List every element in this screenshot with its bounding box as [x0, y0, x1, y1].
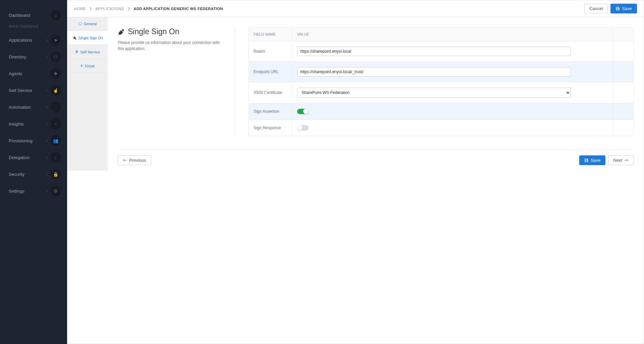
- chevron-left-icon: ‹: [47, 38, 48, 42]
- table-row: X509 CertificateSharePoint WS-Federation: [249, 82, 633, 103]
- arrow-right-icon: 🡢: [624, 158, 629, 163]
- page-description: Please provide us information about your…: [118, 40, 225, 52]
- previous-button-label: Previous: [129, 158, 146, 163]
- field-value: SharePoint WS-Federation: [292, 82, 613, 103]
- sidebar-item-label: Self Service: [9, 88, 47, 93]
- field-value: [292, 62, 613, 82]
- sidebar-item-agents[interactable]: Agents❖: [0, 65, 67, 82]
- table-row: Sign Response: [249, 119, 633, 136]
- page-title-text: Single Sign On: [128, 27, 179, 36]
- users-icon: 👥: [50, 135, 61, 146]
- tab-finish[interactable]: ✈Finish: [67, 59, 108, 73]
- sidebar-item-label: Delegation: [9, 155, 47, 160]
- sidebar-item-self-service[interactable]: Self Service‹☝: [0, 82, 67, 99]
- sign-assertion-toggle[interactable]: [297, 109, 309, 114]
- breadcrumb: HOME ❯ APPLICATIONS ❯ ADD APPLICATION GE…: [74, 7, 584, 11]
- sidebar-item-label: Automation: [9, 105, 47, 110]
- chevron-left-icon: ‹: [47, 89, 48, 92]
- form-table: FIELD NAME VALUE RealmEndpoint URLX509 C…: [249, 27, 634, 136]
- x509-certificate-select[interactable]: SharePoint WS-Federation: [297, 88, 571, 98]
- sidebar-item-applications[interactable]: Applications‹➤: [0, 32, 67, 48]
- tab-self-service[interactable]: ⚙Self Service: [67, 45, 108, 59]
- field-label: X509 Certificate: [249, 85, 292, 100]
- sidebar-item-directory[interactable]: Directory‹⚇: [0, 48, 67, 65]
- field-action: [613, 66, 633, 77]
- field-value: [292, 41, 613, 61]
- pointer-icon: ☝: [50, 85, 61, 96]
- field-label: Endpoint URL: [249, 64, 292, 80]
- plug-icon: [118, 29, 124, 35]
- next-button[interactable]: Next 🡢: [608, 155, 634, 165]
- plug-icon: 🔌: [72, 36, 77, 40]
- save-button-label: Save: [622, 6, 632, 11]
- panel-intro: Single Sign On Please provide us informa…: [118, 27, 235, 136]
- save-button-bottom[interactable]: Save: [579, 155, 606, 165]
- breadcrumb-home[interactable]: HOME: [74, 7, 86, 11]
- sidebar-item-settings[interactable]: Settings‹⚙: [0, 183, 67, 199]
- content: 🖵General🔌Single Sign On⚙Self Service✈Fin…: [67, 17, 644, 170]
- realm-input[interactable]: [297, 47, 571, 56]
- sidebar-item-label: Security: [9, 172, 47, 177]
- save-icon: [615, 6, 620, 11]
- panel-footer: 🡠 Previous Save Next 🡢: [118, 150, 634, 170]
- lightbulb-icon: ♀: [50, 118, 61, 129]
- arrow-down-icon: ↓: [50, 152, 61, 163]
- tab-single-sign-on[interactable]: 🔌Single Sign On: [67, 31, 108, 45]
- breadcrumb-applications[interactable]: APPLICATIONS: [96, 7, 124, 11]
- sidebar: Dashboard⌂Admin DashboardApplications‹➤D…: [0, 0, 67, 344]
- save-button-top[interactable]: Save: [610, 4, 637, 13]
- breadcrumb-current: ADD APPLICATION GENERIC WS FEDERATION: [133, 7, 223, 11]
- chevron-left-icon: ‹: [47, 105, 48, 109]
- sidebar-item-label: Directory: [9, 54, 47, 59]
- sign-response-toggle[interactable]: [297, 125, 309, 131]
- sidebar-item-dashboard[interactable]: Dashboard⌂: [0, 7, 67, 23]
- sidebar-item-delegation[interactable]: Delegation‹↓: [0, 149, 67, 166]
- cancel-button[interactable]: Cancel: [584, 4, 608, 13]
- sidebar-item-label: Applications: [9, 38, 47, 43]
- chevron-left-icon: ‹: [47, 189, 48, 193]
- chevron-left-icon: ‹: [47, 139, 48, 143]
- gear-icon: ⚙: [50, 186, 61, 196]
- field-value: [292, 103, 613, 119]
- step-tabs: 🖵General🔌Single Sign On⚙Self Service✈Fin…: [67, 17, 108, 170]
- field-label: Sign Assertion: [249, 104, 292, 119]
- chevron-left-icon: ‹: [47, 173, 48, 176]
- topbar: HOME ❯ APPLICATIONS ❯ ADD APPLICATION GE…: [67, 0, 644, 17]
- cubes-icon: ❖: [50, 68, 61, 79]
- field-action: [613, 106, 633, 117]
- field-action: [613, 122, 633, 133]
- save-icon: [584, 158, 589, 162]
- chevron-right-icon: ❯: [127, 7, 130, 10]
- monitor-icon: 🖵: [78, 22, 82, 26]
- sidebar-item-security[interactable]: Security‹🔒: [0, 166, 67, 183]
- location-arrow-icon: ➤: [50, 35, 61, 45]
- table-header-action: [613, 30, 633, 39]
- send-icon: ✈: [80, 64, 83, 68]
- next-button-label: Next: [613, 158, 622, 163]
- main: HOME ❯ APPLICATIONS ❯ ADD APPLICATION GE…: [67, 0, 644, 344]
- sidebar-item-label: Settings: [9, 189, 47, 194]
- home-icon: ⌂: [50, 10, 61, 20]
- chevron-left-icon: ‹: [47, 55, 48, 59]
- tab-label: Single Sign On: [78, 36, 103, 40]
- table-row: Sign Assertion: [249, 103, 633, 119]
- field-label: Sign Response: [249, 120, 292, 136]
- sidebar-subtitle: Admin Dashboard: [0, 23, 67, 32]
- endpoint-url-input[interactable]: [297, 67, 571, 77]
- tab-general[interactable]: 🖵General: [67, 17, 108, 31]
- field-value: [292, 120, 613, 136]
- lock-icon: 🔒: [50, 169, 61, 180]
- cogs-icon: ⚙: [75, 50, 78, 54]
- panel: Single Sign On Please provide us informa…: [108, 17, 644, 170]
- page-title: Single Sign On: [118, 27, 225, 36]
- code-icon: [50, 102, 61, 112]
- sidebar-item-automation[interactable]: Automation‹: [0, 99, 67, 115]
- chevron-left-icon: ‹: [47, 156, 48, 159]
- save-button-label: Save: [591, 158, 601, 163]
- table-header: FIELD NAME VALUE: [249, 28, 633, 41]
- sidebar-item-provisioning[interactable]: Provisioning‹👥: [0, 132, 67, 149]
- arrow-left-icon: 🡠: [123, 158, 127, 163]
- previous-button[interactable]: 🡠 Previous: [118, 155, 151, 165]
- sidebar-item-insights[interactable]: Insights‹♀: [0, 115, 67, 132]
- table-header-field: FIELD NAME: [249, 28, 292, 41]
